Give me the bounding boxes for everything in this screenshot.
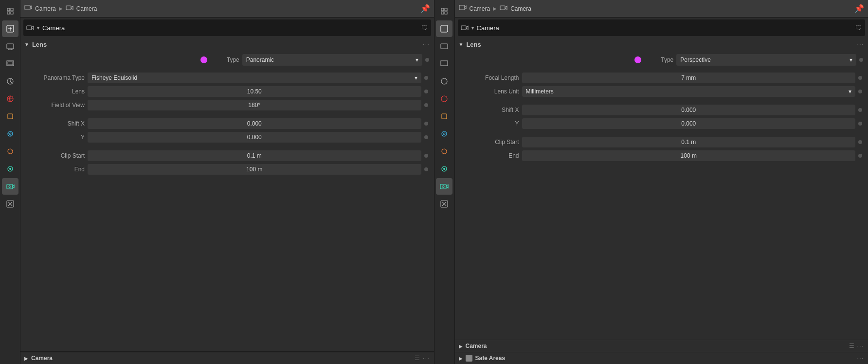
right-lensunit-dot[interactable]: [858, 90, 862, 93]
left-header-label1: Camera: [35, 5, 56, 12]
sidebar-icon-active[interactable]: [2, 20, 18, 37]
left-properties: Panorama Type Fisheye Equisolid ▾ Lens 1…: [20, 69, 434, 179]
left-camera-subsection[interactable]: ▶ Camera ☰ ···: [20, 352, 434, 364]
mid-sidebar-active[interactable]: [436, 20, 452, 37]
left-datablock-shield[interactable]: 🛡: [421, 24, 428, 32]
right-safeareas-subsection[interactable]: ▶ Safe Areas ···: [455, 352, 868, 364]
left-lens-section[interactable]: ▼ Lens ···: [20, 38, 434, 51]
left-fov-dot[interactable]: [424, 103, 428, 107]
left-shifty-dot[interactable]: [424, 135, 428, 139]
left-clipstart-dot[interactable]: [424, 154, 428, 158]
right-safe-tri: ▶: [459, 356, 463, 361]
sidebar-icon-output[interactable]: [2, 38, 18, 55]
left-fov-value[interactable]: 180°: [88, 100, 421, 110]
sidebar-icon-physics[interactable]: [2, 143, 18, 160]
right-lensunit-arrow: ▾: [849, 88, 851, 95]
svg-point-30: [442, 186, 444, 188]
right-header-camera-icon: [459, 4, 467, 13]
mid-sidebar-camera[interactable]: [436, 178, 452, 195]
right-datablock-icon: [461, 24, 469, 32]
svg-rect-20: [441, 61, 448, 66]
right-camera-title: Camera: [466, 343, 487, 349]
left-camera-dots: ···: [423, 356, 430, 361]
right-clipstart-dot[interactable]: [858, 140, 862, 144]
svg-point-25: [443, 133, 445, 135]
mid-sidebar-7[interactable]: [436, 108, 452, 125]
right-lens-triangle: ▼: [459, 42, 464, 47]
left-end-value[interactable]: 100 m: [88, 164, 421, 175]
sidebar-icon-shader[interactable]: [2, 73, 18, 90]
mid-sidebar-5[interactable]: [436, 73, 452, 90]
mid-sidebar-4[interactable]: [436, 55, 452, 72]
right-lensunit-label: Lens Unit: [461, 88, 519, 95]
sidebar-icon-constraints[interactable]: [2, 161, 18, 177]
right-header-arrow: ▶: [493, 6, 497, 11]
right-shifty-value[interactable]: 0.000: [522, 118, 856, 129]
left-end-dot[interactable]: [424, 167, 428, 171]
sidebar-icon-view[interactable]: [2, 55, 18, 72]
sidebar-icon-particles[interactable]: [2, 126, 18, 142]
svg-rect-12: [7, 184, 13, 189]
left-type-dot[interactable]: [425, 58, 429, 62]
left-panorama-type-row: Panorama Type Fisheye Equisolid ▾: [26, 72, 428, 84]
sidebar-icon-world[interactable]: [2, 91, 18, 107]
left-shiftx-dot[interactable]: [424, 122, 428, 126]
right-type-dot[interactable]: [859, 58, 863, 62]
left-header-pin[interactable]: 📌: [420, 4, 430, 13]
left-panorama-dropdown[interactable]: Fisheye Equisolid ▾: [88, 73, 421, 83]
svg-point-28: [443, 168, 445, 170]
right-focal-value[interactable]: 7 mm: [522, 73, 856, 83]
right-focal-row: Focal Length 7 mm: [461, 72, 863, 84]
left-clipstart-value[interactable]: 0.1 m: [88, 150, 421, 161]
left-datablock-dropdown[interactable]: ▾: [37, 25, 39, 31]
right-lensunit-dropdown[interactable]: Millimeters ▾: [522, 86, 856, 97]
right-end-value[interactable]: 100 m: [522, 150, 856, 161]
right-type-dropdown[interactable]: Perspective ▾: [676, 54, 856, 66]
right-focal-dot[interactable]: [858, 76, 862, 80]
right-end-dot[interactable]: [858, 154, 862, 158]
mid-sidebar-3[interactable]: [436, 38, 452, 55]
left-lens-value[interactable]: 10.50: [88, 86, 421, 97]
mid-sidebar-10[interactable]: [436, 161, 452, 177]
left-lens-dot[interactable]: [424, 90, 428, 93]
left-camera-list-icon[interactable]: ☰: [415, 355, 420, 362]
mid-sidebar-9[interactable]: [436, 143, 452, 160]
right-shifty-dot[interactable]: [858, 122, 862, 126]
left-lens-label: Lens: [26, 88, 85, 95]
left-shiftx-row: Shift X 0.000: [26, 117, 428, 130]
right-type-label: Type: [644, 56, 673, 63]
left-shifty-row: Y 0.000: [26, 131, 428, 144]
right-clipstart-value[interactable]: 0.1 m: [522, 137, 856, 147]
sidebar-icon-render[interactable]: [2, 196, 18, 212]
right-camera-dots: ···: [857, 344, 864, 349]
svg-rect-32: [459, 5, 465, 10]
svg-point-11: [9, 168, 11, 170]
right-lens-section[interactable]: ▼ Lens ···: [455, 38, 868, 51]
left-header-icon2: [66, 4, 73, 13]
left-datablock-name: Camera: [42, 24, 418, 32]
right-shiftx-value[interactable]: 0.000: [522, 105, 856, 115]
left-lens-triangle: ▼: [24, 42, 29, 47]
right-shiftx-dot[interactable]: [858, 108, 862, 112]
sidebar-icon-object[interactable]: [2, 108, 18, 125]
mid-sidebar-6[interactable]: [436, 91, 452, 107]
left-datablock-icon: [26, 24, 34, 32]
right-camera-subsection[interactable]: ▶ Camera ☰ ···: [455, 340, 868, 352]
right-camera-list-icon[interactable]: ☰: [849, 343, 854, 349]
left-panorama-dot[interactable]: [424, 76, 428, 80]
left-type-dropdown[interactable]: Panoramic ▾: [242, 54, 422, 66]
sidebar-icon-tools[interactable]: [2, 3, 18, 19]
left-shifty-value[interactable]: 0.000: [88, 132, 421, 143]
left-header-label2: Camera: [76, 5, 97, 12]
middle-sidebar: [434, 0, 455, 364]
right-datablock-dropdown[interactable]: ▾: [471, 25, 474, 31]
right-safe-right: ···: [857, 356, 864, 361]
svg-rect-1: [7, 44, 14, 49]
sidebar-icon-camera[interactable]: [2, 178, 18, 195]
mid-sidebar-tools[interactable]: [436, 3, 452, 19]
mid-sidebar-11[interactable]: [436, 196, 452, 212]
right-header-pin[interactable]: 📌: [854, 4, 864, 13]
right-datablock-shield[interactable]: 🛡: [855, 24, 862, 32]
mid-sidebar-8[interactable]: [436, 126, 452, 142]
left-shiftx-value[interactable]: 0.000: [88, 118, 421, 129]
